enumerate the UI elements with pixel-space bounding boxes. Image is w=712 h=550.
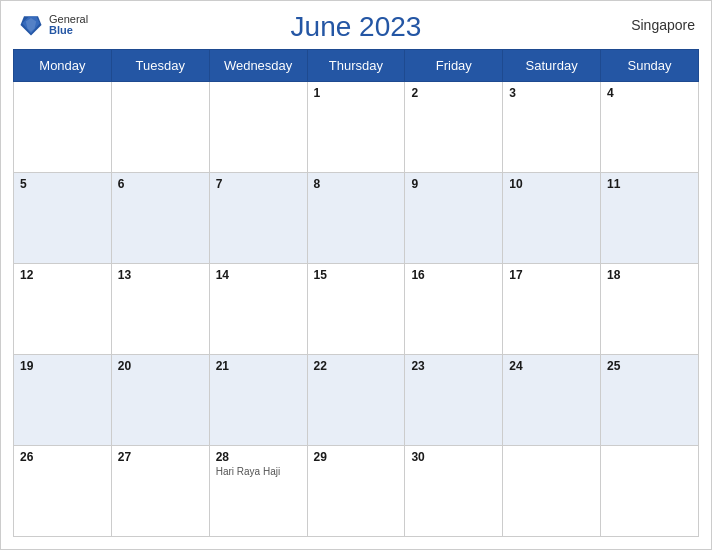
calendar-week-row: 567891011 (14, 173, 699, 264)
logo-text: General Blue (49, 14, 88, 36)
calendar-week-row: 1234 (14, 82, 699, 173)
logo-icon (17, 11, 45, 39)
holiday-text: Hari Raya Haji (216, 466, 301, 477)
calendar-cell: 6 (111, 173, 209, 264)
calendar-week-row: 262728Hari Raya Haji2930 (14, 446, 699, 537)
day-number: 9 (411, 177, 496, 191)
calendar-container: Monday Tuesday Wednesday Thursday Friday… (1, 49, 711, 549)
calendar-cell: 10 (503, 173, 601, 264)
header-wednesday: Wednesday (209, 50, 307, 82)
header-tuesday: Tuesday (111, 50, 209, 82)
day-number: 19 (20, 359, 105, 373)
calendar-cell: 9 (405, 173, 503, 264)
calendar-cell (111, 82, 209, 173)
calendar-cell: 15 (307, 264, 405, 355)
day-number: 8 (314, 177, 399, 191)
calendar-cell: 29 (307, 446, 405, 537)
calendar-cell: 1 (307, 82, 405, 173)
header-thursday: Thursday (307, 50, 405, 82)
calendar-cell: 23 (405, 355, 503, 446)
day-number: 11 (607, 177, 692, 191)
header-monday: Monday (14, 50, 112, 82)
calendar-cell: 18 (601, 264, 699, 355)
calendar-cell: 4 (601, 82, 699, 173)
calendar-cell: 19 (14, 355, 112, 446)
month-title: June 2023 (291, 11, 422, 43)
day-number: 12 (20, 268, 105, 282)
calendar-week-row: 12131415161718 (14, 264, 699, 355)
calendar-cell: 22 (307, 355, 405, 446)
day-number: 21 (216, 359, 301, 373)
day-number: 16 (411, 268, 496, 282)
calendar-cell (209, 82, 307, 173)
day-number: 5 (20, 177, 105, 191)
day-number: 20 (118, 359, 203, 373)
calendar-cell: 13 (111, 264, 209, 355)
calendar-cell (601, 446, 699, 537)
calendar-header: General Blue June 2023 Singapore (1, 1, 711, 49)
day-number: 23 (411, 359, 496, 373)
calendar-cell: 25 (601, 355, 699, 446)
calendar-cell: 21 (209, 355, 307, 446)
day-number: 1 (314, 86, 399, 100)
calendar-cell: 8 (307, 173, 405, 264)
calendar-cell: 26 (14, 446, 112, 537)
day-number: 25 (607, 359, 692, 373)
calendar-cell: 7 (209, 173, 307, 264)
calendar-page: General Blue June 2023 Singapore Monday … (0, 0, 712, 550)
calendar-cell: 12 (14, 264, 112, 355)
day-number: 29 (314, 450, 399, 464)
day-number: 14 (216, 268, 301, 282)
calendar-week-row: 19202122232425 (14, 355, 699, 446)
calendar-cell: 2 (405, 82, 503, 173)
country-label: Singapore (631, 17, 695, 33)
calendar-cell (503, 446, 601, 537)
day-number: 10 (509, 177, 594, 191)
header-sunday: Sunday (601, 50, 699, 82)
day-number: 18 (607, 268, 692, 282)
calendar-cell: 24 (503, 355, 601, 446)
calendar-cell: 20 (111, 355, 209, 446)
logo-blue-text: Blue (49, 25, 88, 36)
header-friday: Friday (405, 50, 503, 82)
day-number: 4 (607, 86, 692, 100)
calendar-cell: 11 (601, 173, 699, 264)
calendar-cell: 16 (405, 264, 503, 355)
calendar-cell: 27 (111, 446, 209, 537)
day-number: 7 (216, 177, 301, 191)
calendar-cell: 30 (405, 446, 503, 537)
calendar-table: Monday Tuesday Wednesday Thursday Friday… (13, 49, 699, 537)
day-number: 28 (216, 450, 301, 464)
day-number: 27 (118, 450, 203, 464)
day-number: 15 (314, 268, 399, 282)
day-number: 26 (20, 450, 105, 464)
day-headers-row: Monday Tuesday Wednesday Thursday Friday… (14, 50, 699, 82)
day-number: 2 (411, 86, 496, 100)
calendar-cell: 28Hari Raya Haji (209, 446, 307, 537)
calendar-cell: 5 (14, 173, 112, 264)
day-number: 30 (411, 450, 496, 464)
day-number: 24 (509, 359, 594, 373)
header-saturday: Saturday (503, 50, 601, 82)
calendar-cell (14, 82, 112, 173)
day-number: 6 (118, 177, 203, 191)
day-number: 17 (509, 268, 594, 282)
day-number: 22 (314, 359, 399, 373)
calendar-cell: 3 (503, 82, 601, 173)
day-number: 3 (509, 86, 594, 100)
calendar-cell: 17 (503, 264, 601, 355)
calendar-body: 1234567891011121314151617181920212223242… (14, 82, 699, 537)
logo: General Blue (17, 11, 88, 39)
day-number: 13 (118, 268, 203, 282)
calendar-cell: 14 (209, 264, 307, 355)
